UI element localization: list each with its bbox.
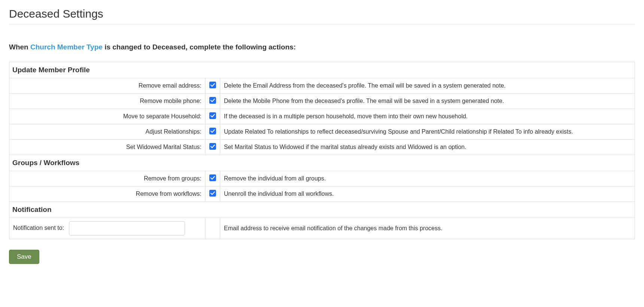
setting-label: Adjust Relationships: [9,124,206,140]
adjust-relationships-checkbox[interactable] [209,128,216,134]
setting-row-remove-email: Remove email address: Delete the Email A… [9,78,635,94]
setting-desc: Set Marital Status to Widowed if the mar… [220,140,635,155]
setting-label: Remove from groups: [9,171,206,186]
set-widowed-checkbox[interactable] [209,143,216,150]
check-icon [210,175,215,180]
remove-email-checkbox[interactable] [209,82,216,88]
remove-groups-checkbox[interactable] [209,174,216,181]
setting-desc: If the deceased is in a multiple person … [220,109,635,124]
setting-row-remove-workflows: Remove from workflows: Unenroll the indi… [9,186,635,202]
setting-desc: Email address to receive email notificat… [220,218,635,239]
move-household-checkbox[interactable] [209,112,216,119]
check-icon [210,144,215,149]
save-button[interactable]: Save [9,250,39,264]
setting-desc: Delete the Email Address from the deceas… [220,78,635,94]
intro-text: When Church Member Type is changed to De… [9,43,635,51]
section-header-label: Update Member Profile [9,62,635,78]
notification-empty-cell [206,218,220,239]
notification-label: Notification sent to: [13,225,64,231]
section-header-update-member-profile: Update Member Profile [9,62,635,78]
setting-label: Remove from workflows: [9,186,206,202]
setting-desc: Remove the individual from all groups. [220,171,635,186]
check-icon [210,98,215,103]
check-icon [210,82,215,88]
intro-prefix: When [9,43,30,51]
notification-email-input[interactable] [69,221,185,235]
section-header-groups-workflows: Groups / Workflows [9,155,635,171]
check-icon [210,191,215,196]
setting-desc: Update Related To relationships to refle… [220,124,635,140]
church-member-type-link[interactable]: Church Member Type [30,43,103,51]
setting-label: Set Widowed Marital Status: [9,140,206,155]
setting-desc: Unenroll the individual from all workflo… [220,186,635,202]
check-icon [210,128,215,134]
setting-label: Move to separate Household: [9,109,206,124]
setting-label: Remove mobile phone: [9,94,206,109]
section-header-label: Groups / Workflows [9,155,635,171]
setting-row-set-widowed: Set Widowed Marital Status: Set Marital … [9,140,635,155]
section-header-notification: Notification [9,202,635,218]
setting-row-move-household: Move to separate Household: If the decea… [9,109,635,124]
section-header-label: Notification [9,202,635,218]
settings-table: Update Member Profile Remove email addre… [9,62,635,239]
setting-row-adjust-relationships: Adjust Relationships: Update Related To … [9,124,635,140]
remove-workflows-checkbox[interactable] [209,190,216,197]
check-icon [210,113,215,118]
intro-suffix: is changed to Deceased, complete the fol… [103,43,296,51]
page-title: Deceased Settings [9,7,635,24]
setting-label: Remove email address: [9,78,206,94]
setting-row-remove-phone: Remove mobile phone: Delete the Mobile P… [9,94,635,109]
setting-desc: Delete the Mobile Phone from the decease… [220,94,635,109]
remove-phone-checkbox[interactable] [209,97,216,104]
setting-row-remove-groups: Remove from groups: Remove the individua… [9,171,635,186]
setting-row-notification: Notification sent to: Email address to r… [9,218,635,239]
